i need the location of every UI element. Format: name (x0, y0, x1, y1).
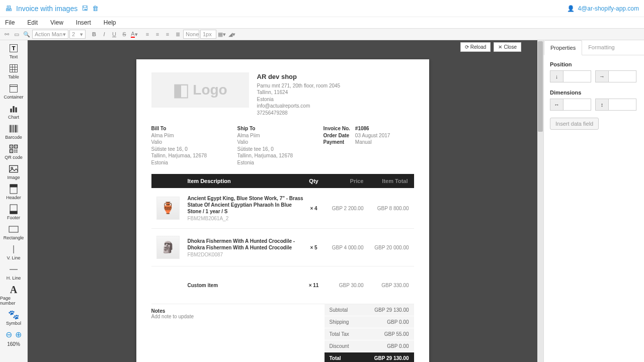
search-icon[interactable]: 🔍 (22, 30, 31, 39)
tool-rectangle[interactable]: Rectangle (0, 222, 27, 242)
underline-button[interactable]: U (110, 30, 119, 39)
table-row[interactable]: 🏺 Ancient Egypt King, Blue Stone Work, 7… (151, 188, 414, 229)
border-width-select[interactable]: 1px (200, 30, 216, 39)
svg-rect-8 (10, 85, 18, 86)
strike-button[interactable]: S (120, 30, 129, 39)
align-right-icon[interactable]: ≡ (163, 30, 172, 39)
svg-rect-15 (13, 125, 14, 133)
save-icon[interactable]: 🖫 (82, 5, 88, 12)
scrollbar-vertical[interactable] (537, 40, 543, 362)
svg-rect-9 (10, 109, 12, 113)
border-button[interactable]: ▦▾ (217, 30, 226, 39)
user-email[interactable]: 4@ar-shopify-app.com (578, 5, 639, 12)
canvas-area[interactable]: ⟳ Reload ✕ Close ◧ Logo AR dev shop Parn… (28, 40, 543, 362)
dimensions-label: Dimensions (550, 89, 638, 96)
page-icon[interactable]: ▭ (12, 30, 21, 39)
cube-icon: ◧ (173, 79, 190, 101)
tool-table[interactable]: Table (0, 61, 27, 81)
item-image (156, 274, 180, 297)
table-row[interactable]: Custom item × 11 GBP 30.00 GBP 330.00 (151, 266, 414, 304)
zoom-in-icon[interactable]: ⊕ (15, 330, 22, 339)
tab-properties[interactable]: Properties (544, 40, 582, 55)
tool-pagenumber[interactable]: APage number (0, 283, 27, 308)
tool-vline[interactable]: V. Line (0, 242, 27, 262)
header-left: 🖶 Invoice with images 🖫 🗑 (5, 5, 99, 13)
trash-icon[interactable]: 🗑 (92, 5, 99, 12)
position-y-input[interactable] (563, 70, 591, 82)
table-row[interactable]: 🗿 Dhokra Fishermen With A Hunted Crocodi… (151, 229, 414, 266)
printer-icon: 🖶 (5, 5, 12, 13)
menu-view[interactable]: View (50, 19, 63, 26)
totals-block[interactable]: SubtotalGBP 29 130.00 ShippingGBP 0.00 T… (325, 304, 414, 362)
properties-panel: Properties Formatting Position ↓ → Dimen… (543, 40, 644, 362)
svg-rect-10 (13, 106, 14, 113)
header-right: 👤 4@ar-shopify-app.com (567, 5, 639, 12)
zoom-controls: ⊖ ⊕ (6, 330, 22, 339)
user-icon: 👤 (567, 5, 575, 12)
bold-button[interactable]: B (90, 30, 99, 39)
insert-data-field-button[interactable]: Insert data field (550, 118, 599, 130)
item-image: 🏺 (156, 197, 180, 220)
workspace: TText Table Container Chart Barcode QR c… (0, 40, 644, 362)
menu-help[interactable]: Help (104, 19, 116, 26)
tool-text[interactable]: TText (0, 41, 27, 61)
item-image: 🗿 (156, 236, 180, 259)
border-style-select[interactable]: None (183, 30, 199, 39)
tool-barcode[interactable]: Barcode (0, 122, 27, 142)
logo-placeholder[interactable]: ◧ Logo (151, 72, 249, 108)
company-info[interactable]: AR dev shop Parnu mnt 271, 20th floor, r… (257, 72, 341, 116)
svg-rect-13 (10, 125, 11, 133)
bill-to-block[interactable]: Bill To Alma Piim Valio Sütiste tee 16, … (151, 125, 237, 166)
svg-rect-11 (15, 108, 17, 113)
tool-hline[interactable]: H. Line (0, 262, 27, 283)
font-select[interactable]: Action Man▾ (32, 30, 68, 39)
document-page[interactable]: ◧ Logo AR dev shop Parnu mnt 271, 20th f… (136, 59, 429, 362)
height-icon: ↕ (595, 99, 608, 111)
document-title[interactable]: Invoice with images (16, 5, 77, 13)
tool-chart[interactable]: Chart (0, 102, 27, 122)
menu-file[interactable]: File (5, 19, 15, 26)
align-left-icon[interactable]: ≡ (143, 30, 152, 39)
items-table-header[interactable]: Item Description Qty Price Item Total (151, 174, 414, 188)
svg-rect-17 (15, 125, 17, 133)
position-x-input[interactable] (608, 70, 636, 82)
tool-qrcode[interactable]: QR code (0, 142, 27, 162)
logo-text: Logo (193, 82, 227, 98)
zoom-out-icon[interactable]: ⊖ (6, 330, 12, 339)
fill-color-button[interactable]: ◢▾ (227, 30, 236, 39)
svg-rect-16 (15, 125, 15, 133)
tab-formatting[interactable]: Formatting (582, 40, 621, 55)
italic-button[interactable]: I (100, 30, 109, 39)
company-name: AR dev shop (257, 72, 341, 81)
menu-insert[interactable]: Insert (76, 19, 91, 26)
tool-image[interactable]: Image (0, 162, 27, 182)
justify-icon[interactable]: ≣ (173, 30, 182, 39)
text-color-button[interactable]: A▾ (130, 30, 139, 39)
tool-header[interactable]: Header (0, 182, 27, 202)
menu-edit[interactable]: Edit (27, 19, 38, 26)
close-button[interactable]: ✕ Close (494, 42, 521, 52)
insert-toolbar: TText Table Container Chart Barcode QR c… (0, 40, 28, 362)
scrollbar-thumb[interactable] (538, 41, 543, 132)
connect-icon[interactable]: ⚯ (2, 30, 11, 39)
svg-rect-23 (16, 146, 17, 147)
notes-block[interactable]: Notes Add note to update (151, 304, 325, 362)
width-input[interactable] (563, 99, 591, 111)
reload-button[interactable]: ⟳ Reload (460, 42, 491, 52)
svg-rect-18 (18, 125, 18, 133)
tool-container[interactable]: Container (0, 81, 27, 102)
svg-rect-24 (11, 151, 12, 152)
svg-rect-12 (10, 125, 10, 133)
canvas-controls: ⟳ Reload ✕ Close (460, 42, 521, 52)
svg-rect-7 (10, 86, 18, 93)
svg-rect-35 (9, 226, 18, 232)
font-size-select[interactable]: 2▾ (69, 30, 86, 39)
invoice-meta[interactable]: Invoice No. Order Date Payment #1086 03 … (324, 125, 414, 166)
tool-footer[interactable]: Footer (0, 202, 27, 222)
align-center-icon[interactable]: ≡ (153, 30, 162, 39)
height-input[interactable] (608, 99, 636, 111)
svg-rect-27 (15, 151, 16, 152)
tool-symbol[interactable]: 🐾Symbol (0, 308, 27, 328)
menubar: File Edit View Insert Help (0, 17, 644, 28)
ship-to-block[interactable]: Ship To Alma Piim Valio Sütiste tee 16, … (237, 125, 324, 166)
